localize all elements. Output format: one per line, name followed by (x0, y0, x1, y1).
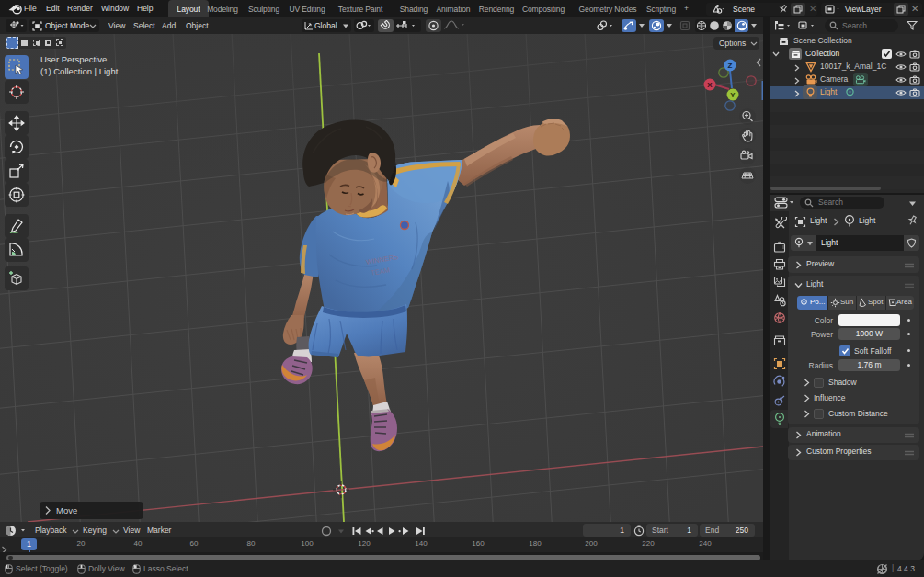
svg-text:(1) Collection | Light: (1) Collection | Light (40, 66, 119, 76)
svg-text:Move: Move (56, 505, 77, 515)
svg-text:X: X (707, 81, 713, 89)
svg-text:Y: Y (730, 91, 736, 99)
svg-text:User Perspective: User Perspective (40, 54, 107, 64)
svg-text:Z: Z (728, 62, 733, 70)
